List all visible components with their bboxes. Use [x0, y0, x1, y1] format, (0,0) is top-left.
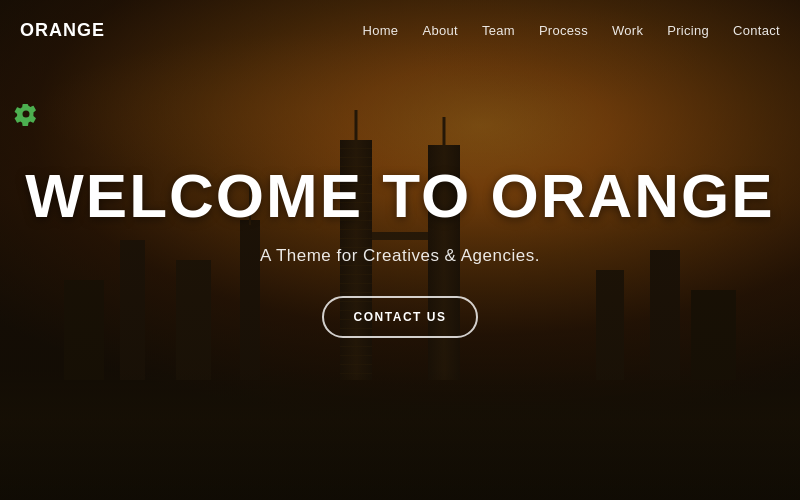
nav-item-contact[interactable]: Contact — [733, 21, 780, 39]
nav-item-home[interactable]: Home — [363, 21, 399, 39]
nav-item-about[interactable]: About — [422, 21, 457, 39]
hero-subtitle: A Theme for Creatives & Agencies. — [25, 246, 774, 266]
gear-svg-icon — [14, 102, 38, 126]
nav-link-pricing[interactable]: Pricing — [667, 23, 709, 38]
nav-link-process[interactable]: Process — [539, 23, 588, 38]
settings-icon[interactable] — [12, 100, 40, 128]
nav-link-team[interactable]: Team — [482, 23, 515, 38]
contact-us-button[interactable]: CONTACT US — [322, 296, 479, 338]
site-logo[interactable]: ORANGE — [20, 20, 105, 41]
nav-link-contact[interactable]: Contact — [733, 23, 780, 38]
nav-link-about[interactable]: About — [422, 23, 457, 38]
nav-item-pricing[interactable]: Pricing — [667, 21, 709, 39]
hero-title: WELCOME TO ORANGE — [25, 162, 774, 230]
nav-item-process[interactable]: Process — [539, 21, 588, 39]
nav-links: Home About Team Process Work Pricing Con… — [363, 21, 780, 39]
hero-content: WELCOME TO ORANGE A Theme for Creatives … — [5, 162, 794, 338]
nav-item-work[interactable]: Work — [612, 21, 643, 39]
nav-link-home[interactable]: Home — [363, 23, 399, 38]
navbar: ORANGE Home About Team Process Work Pric… — [0, 0, 800, 60]
hero-section: ORANGE Home About Team Process Work Pric… — [0, 0, 800, 500]
nav-link-work[interactable]: Work — [612, 23, 643, 38]
nav-item-team[interactable]: Team — [482, 21, 515, 39]
